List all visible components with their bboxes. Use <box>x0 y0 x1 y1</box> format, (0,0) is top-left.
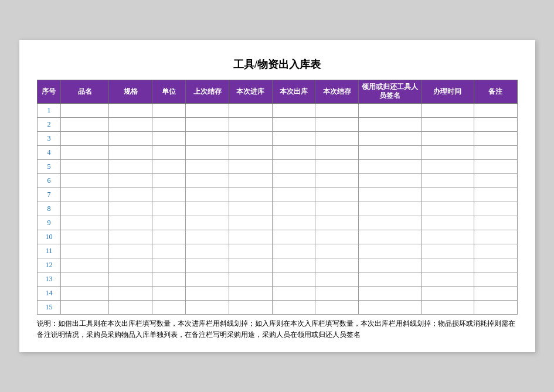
table-row: 14 <box>37 286 517 300</box>
cell-name <box>61 300 109 314</box>
cell-spec <box>109 103 152 117</box>
cell-prev <box>186 145 229 159</box>
cell-out <box>272 188 315 202</box>
cell-seq: 13 <box>37 272 61 286</box>
cell-time <box>421 230 474 244</box>
cell-curr <box>315 272 359 286</box>
cell-curr <box>315 159 359 173</box>
cell-out <box>272 131 315 145</box>
table-row: 11 <box>37 244 517 258</box>
cell-seq: 8 <box>37 202 61 216</box>
cell-name <box>61 258 109 272</box>
cell-name <box>61 216 109 230</box>
cell-unit <box>152 117 186 131</box>
cell-seq: 3 <box>37 131 61 145</box>
cell-sign <box>359 272 421 286</box>
table-row: 15 <box>37 300 517 314</box>
cell-name <box>61 117 109 131</box>
cell-name <box>61 272 109 286</box>
cell-remark <box>474 244 517 258</box>
cell-unit <box>152 286 186 300</box>
cell-unit <box>152 230 186 244</box>
cell-time <box>421 159 474 173</box>
cell-curr <box>315 230 359 244</box>
cell-seq: 14 <box>37 286 61 300</box>
cell-sign <box>359 216 421 230</box>
cell-curr <box>315 145 359 159</box>
cell-spec <box>109 202 152 216</box>
cell-curr <box>315 131 359 145</box>
cell-remark <box>474 173 517 188</box>
col-header-time: 办理时间 <box>421 80 474 103</box>
cell-name <box>61 202 109 216</box>
cell-in <box>229 159 273 173</box>
cell-sign <box>359 103 421 117</box>
cell-spec <box>109 244 152 258</box>
cell-out <box>272 145 315 159</box>
cell-unit <box>152 145 186 159</box>
cell-sign <box>359 258 421 272</box>
cell-seq: 2 <box>37 117 61 131</box>
note-section: 说明：如借出工具则在本次出库栏填写数量，本次进库栏用斜线划掉；如入库则在本次入库… <box>37 318 518 340</box>
cell-time <box>421 103 474 117</box>
cell-in <box>229 173 273 188</box>
cell-time <box>421 131 474 145</box>
table-row: 4 <box>37 145 517 159</box>
cell-unit <box>152 103 186 117</box>
cell-in <box>229 272 273 286</box>
cell-seq: 5 <box>37 159 61 173</box>
cell-remark <box>474 103 517 117</box>
cell-out <box>272 286 315 300</box>
cell-remark <box>474 300 517 314</box>
cell-curr <box>315 300 359 314</box>
cell-curr <box>315 202 359 216</box>
cell-prev <box>186 159 229 173</box>
cell-in <box>229 202 273 216</box>
cell-spec <box>109 188 152 202</box>
cell-in <box>229 286 273 300</box>
cell-spec <box>109 286 152 300</box>
cell-curr <box>315 286 359 300</box>
cell-time <box>421 173 474 188</box>
col-header-remark: 备注 <box>474 80 517 103</box>
cell-prev <box>186 188 229 202</box>
cell-sign <box>359 300 421 314</box>
cell-sign <box>359 117 421 131</box>
cell-curr <box>315 173 359 188</box>
cell-time <box>421 145 474 159</box>
col-header-prev: 上次结存 <box>186 80 229 103</box>
cell-name <box>61 131 109 145</box>
cell-seq: 11 <box>37 244 61 258</box>
cell-time <box>421 300 474 314</box>
cell-time <box>421 258 474 272</box>
cell-spec <box>109 173 152 188</box>
cell-time <box>421 244 474 258</box>
table-row: 12 <box>37 258 517 272</box>
cell-out <box>272 202 315 216</box>
cell-time <box>421 286 474 300</box>
cell-out <box>272 159 315 173</box>
cell-name <box>61 286 109 300</box>
cell-spec <box>109 258 152 272</box>
cell-in <box>229 216 273 230</box>
cell-spec <box>109 145 152 159</box>
cell-in <box>229 244 273 258</box>
col-header-sign: 领用或归还工具人员签名 <box>359 80 421 103</box>
cell-time <box>421 216 474 230</box>
cell-prev <box>186 131 229 145</box>
cell-unit <box>152 300 186 314</box>
cell-spec <box>109 131 152 145</box>
cell-out <box>272 103 315 117</box>
cell-unit <box>152 202 186 216</box>
cell-unit <box>152 159 186 173</box>
cell-unit <box>152 258 186 272</box>
cell-spec <box>109 159 152 173</box>
cell-curr <box>315 216 359 230</box>
table-row: 1 <box>37 103 517 117</box>
cell-in <box>229 145 273 159</box>
cell-out <box>272 244 315 258</box>
cell-remark <box>474 131 517 145</box>
cell-remark <box>474 272 517 286</box>
col-header-seq: 序号 <box>37 80 61 103</box>
cell-sign <box>359 188 421 202</box>
